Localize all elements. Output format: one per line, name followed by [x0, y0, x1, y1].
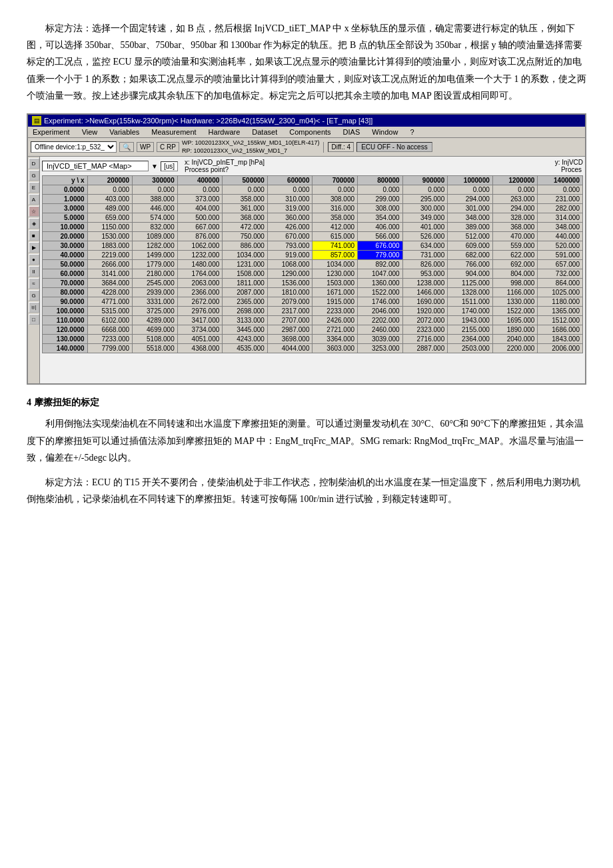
table-cell[interactable]: 1466.000: [402, 288, 448, 297]
menu-dataset[interactable]: Dataset: [250, 127, 279, 137]
table-cell[interactable]: 857.000: [312, 251, 358, 260]
table-cell[interactable]: 1671.000: [312, 288, 358, 297]
table-cell[interactable]: 804.000: [492, 269, 538, 279]
table-cell[interactable]: 1230.000: [312, 269, 358, 279]
table-cell[interactable]: 282.000: [538, 204, 583, 213]
table-cell[interactable]: 301.000: [448, 204, 493, 213]
table-cell[interactable]: 826.000: [402, 260, 448, 269]
table-cell[interactable]: 4228.000: [87, 288, 133, 297]
table-cell[interactable]: 0.000: [538, 185, 583, 195]
table-cell[interactable]: 1740.000: [448, 307, 493, 316]
table-cell[interactable]: 512.000: [448, 232, 493, 241]
table-cell[interactable]: 401.000: [402, 223, 448, 232]
table-cell[interactable]: 657.000: [538, 260, 583, 269]
dropdown-arrow[interactable]: ▼: [151, 163, 158, 170]
sidebar-icon-square[interactable]: ■: [29, 230, 39, 241]
sidebar-icon-wave[interactable]: ≈: [29, 278, 39, 289]
table-cell[interactable]: 559.000: [492, 241, 538, 251]
table-cell[interactable]: 886.000: [223, 241, 268, 251]
table-cell[interactable]: 4368.000: [177, 344, 223, 353]
table-cell[interactable]: 892.000: [358, 260, 403, 269]
table-cell[interactable]: 1480.000: [177, 260, 223, 269]
table-cell[interactable]: 2200.000: [492, 344, 538, 353]
table-cell[interactable]: 404.000: [177, 204, 223, 213]
table-cell[interactable]: 489.000: [87, 204, 133, 213]
table-cell[interactable]: 1883.000: [87, 241, 133, 251]
table-cell[interactable]: 348.000: [538, 223, 583, 232]
table-cell[interactable]: 4535.000: [223, 344, 268, 353]
table-cell[interactable]: 0.000: [448, 185, 493, 195]
table-cell[interactable]: 1522.000: [358, 288, 403, 297]
table-cell[interactable]: 3039.000: [358, 335, 403, 344]
table-cell[interactable]: 294.000: [448, 195, 493, 204]
table-cell[interactable]: 4699.000: [133, 325, 178, 335]
menu-hardware[interactable]: Hardware: [207, 127, 243, 137]
table-cell[interactable]: 682.000: [448, 251, 493, 260]
table-cell[interactable]: 615.000: [312, 232, 358, 241]
table-cell[interactable]: 472.000: [223, 223, 268, 232]
table-cell[interactable]: 3417.000: [177, 316, 223, 325]
sidebar-icon-g2[interactable]: G: [29, 290, 39, 301]
sidebar-icon-d[interactable]: D: [29, 158, 39, 169]
menu-help[interactable]: ?: [408, 127, 416, 137]
table-cell[interactable]: 358.000: [312, 213, 358, 223]
table-cell[interactable]: 1180.000: [538, 297, 583, 307]
table-cell[interactable]: 1365.000: [538, 307, 583, 316]
table-cell[interactable]: 904.000: [448, 269, 493, 279]
table-cell[interactable]: 0.000: [358, 185, 403, 195]
table-cell[interactable]: 388.000: [133, 195, 178, 204]
table-cell[interactable]: 308.000: [312, 195, 358, 204]
table-cell[interactable]: 231.000: [538, 195, 583, 204]
table-cell[interactable]: 406.000: [358, 223, 403, 232]
table-cell[interactable]: 4044.000: [267, 344, 312, 353]
table-cell[interactable]: 1915.000: [312, 297, 358, 307]
table-cell[interactable]: 566.000: [358, 232, 403, 241]
table-cell[interactable]: 3684.000: [87, 279, 133, 288]
table-cell[interactable]: 676.000: [358, 241, 403, 251]
table-cell[interactable]: 2666.000: [87, 260, 133, 269]
sidebar-icon-b[interactable]: ☆: [29, 206, 39, 217]
table-cell[interactable]: 622.000: [492, 251, 538, 260]
table-cell[interactable]: 2087.000: [223, 288, 268, 297]
table-cell[interactable]: 1062.000: [177, 241, 223, 251]
table-cell[interactable]: 1512.000: [538, 316, 583, 325]
table-cell[interactable]: 732.000: [538, 269, 583, 279]
table-cell[interactable]: 0.000: [492, 185, 538, 195]
table-cell[interactable]: 3253.000: [358, 344, 403, 353]
wp-button[interactable]: WP: [137, 142, 154, 152]
table-cell[interactable]: 1150.000: [87, 223, 133, 232]
table-cell[interactable]: 2079.000: [267, 297, 312, 307]
table-cell[interactable]: 426.000: [267, 223, 312, 232]
sidebar-icon-dot[interactable]: ●: [29, 254, 39, 265]
table-cell[interactable]: 373.000: [177, 195, 223, 204]
table-cell[interactable]: 2233.000: [312, 307, 358, 316]
table-cell[interactable]: 2887.000: [402, 344, 448, 353]
table-cell[interactable]: 368.000: [223, 213, 268, 223]
table-cell[interactable]: 360.000: [267, 213, 312, 223]
sidebar-icon-play[interactable]: ▶: [29, 242, 39, 253]
menu-variables[interactable]: Variables: [107, 127, 141, 137]
table-cell[interactable]: 1232.000: [177, 251, 223, 260]
table-cell[interactable]: 766.000: [448, 260, 493, 269]
table-cell[interactable]: 2976.000: [177, 307, 223, 316]
sidebar-icon-box[interactable]: □: [29, 314, 39, 325]
table-cell[interactable]: 5315.000: [87, 307, 133, 316]
table-cell[interactable]: 354.000: [358, 213, 403, 223]
table-cell[interactable]: 2721.000: [312, 325, 358, 335]
table-cell[interactable]: 440.000: [538, 232, 583, 241]
table-cell[interactable]: 1290.000: [267, 269, 312, 279]
table-cell[interactable]: 609.000: [448, 241, 493, 251]
sidebar-icon-g1[interactable]: G: [29, 170, 39, 181]
table-cell[interactable]: 1499.000: [133, 251, 178, 260]
table-cell[interactable]: 0.000: [312, 185, 358, 195]
table-cell[interactable]: 1508.000: [223, 269, 268, 279]
table-cell[interactable]: 2072.000: [402, 316, 448, 325]
table-cell[interactable]: 389.000: [448, 223, 493, 232]
table-cell[interactable]: 1025.000: [538, 288, 583, 297]
table-cell[interactable]: 2707.000: [267, 316, 312, 325]
table-cell[interactable]: 3141.000: [87, 269, 133, 279]
crp-button[interactable]: C RP: [157, 142, 179, 152]
table-cell[interactable]: 294.000: [492, 204, 538, 213]
table-cell[interactable]: 6668.000: [87, 325, 133, 335]
table-cell[interactable]: 2987.000: [267, 325, 312, 335]
